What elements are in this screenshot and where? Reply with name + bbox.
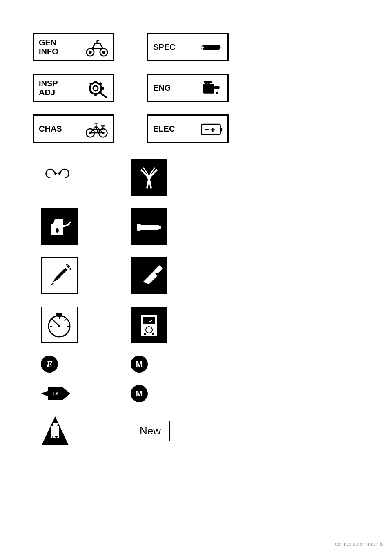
- symbol-item-ls: LS: [33, 386, 122, 401]
- icon-item-hammer: [122, 257, 212, 294]
- symbols-row-2: LS M: [33, 385, 368, 402]
- symbol-item-lt: LT: [33, 414, 122, 447]
- badge-elec: ELEC: [147, 114, 229, 143]
- svg-point-8: [93, 86, 98, 91]
- svg-line-56: [65, 319, 66, 321]
- bicycle-icon: [86, 119, 108, 139]
- badge-elec-text: ELEC: [153, 124, 175, 133]
- svg-point-65: [152, 333, 154, 335]
- badge-insp-adj-text: INSPADJ: [39, 79, 58, 97]
- svg-point-64: [144, 333, 146, 335]
- symbol-item-m1: M: [122, 356, 212, 373]
- svg-point-3: [102, 51, 105, 54]
- speed-arrows-icon: [41, 168, 74, 188]
- icon-item-multimeter: [122, 307, 212, 343]
- svg-rect-18: [203, 84, 214, 94]
- badge-chas: CHAS: [33, 114, 114, 143]
- icons-row-4: [33, 307, 368, 343]
- wrench-icon: [200, 37, 223, 57]
- svg-rect-44: [157, 226, 161, 229]
- svg-rect-9: [94, 81, 97, 83]
- engine-icon: [200, 78, 223, 98]
- motorcycle-icon: [86, 37, 108, 57]
- badge-chas-text: CHAS: [39, 124, 62, 133]
- svg-marker-39: [58, 172, 60, 175]
- icon-item-gauge: [33, 307, 122, 343]
- svg-rect-19: [205, 82, 207, 85]
- badges-grid: GENINFO: [33, 33, 368, 143]
- symbol-item-m2: M: [122, 385, 212, 402]
- icon-item-pliers: [122, 159, 212, 196]
- page-container: GENINFO: [0, 0, 392, 555]
- symbols-section: E M LS M: [33, 356, 368, 447]
- svg-marker-38: [55, 172, 58, 175]
- svg-rect-6: [201, 46, 204, 49]
- pliers-box-icon: [131, 159, 167, 196]
- icon-item-oil: [33, 208, 122, 245]
- symbol-item-new: New: [122, 421, 212, 441]
- svg-rect-58: [56, 313, 62, 317]
- lt-triangle-icon: LT: [41, 414, 69, 447]
- svg-line-52: [54, 321, 59, 326]
- ls-connector-left: [41, 391, 48, 396]
- badge-insp-adj: INSPADJ: [33, 74, 114, 102]
- svg-rect-67: [53, 423, 58, 426]
- maintenance-symbol-icon: M: [131, 356, 148, 373]
- icon-item-spray: [33, 257, 122, 294]
- new-badge-text: New: [140, 425, 161, 437]
- ls-connector-icon: LS: [41, 386, 70, 401]
- watermark: carmanualonline.info: [335, 541, 384, 547]
- symbols-row-1: E M: [33, 356, 368, 373]
- svg-rect-10: [94, 93, 97, 96]
- engine-oil-symbol-icon: E: [41, 356, 58, 373]
- maintenance-symbol-2-icon: M: [131, 385, 148, 402]
- badge-gen-info-text: GENINFO: [39, 38, 58, 56]
- spray-tool-icon: [41, 257, 78, 294]
- badge-gen-info: GENINFO: [33, 33, 114, 61]
- symbols-row-3: LT New: [33, 414, 368, 447]
- battery-icon: [200, 119, 223, 139]
- svg-point-23: [216, 92, 218, 94]
- icons-row-1: [33, 159, 368, 196]
- svg-rect-11: [89, 87, 91, 90]
- svg-rect-21: [214, 86, 220, 89]
- screwdriver-icon: [131, 208, 167, 245]
- svg-rect-12: [101, 87, 104, 90]
- icons-row-2: [33, 208, 368, 245]
- svg-rect-45: [137, 224, 141, 231]
- badge-eng-text: ENG: [153, 83, 171, 92]
- svg-rect-24: [204, 81, 212, 83]
- svg-point-42: [56, 228, 59, 233]
- new-badge-box: New: [131, 421, 170, 441]
- svg-line-17: [100, 92, 106, 97]
- icon-item-screwdriver: [122, 208, 212, 245]
- svg-line-57: [52, 319, 54, 321]
- ls-connector-body: LS: [48, 387, 63, 400]
- svg-rect-20: [207, 82, 209, 85]
- svg-point-1: [89, 51, 91, 54]
- icons-section: [33, 159, 368, 343]
- svg-rect-13: [89, 82, 93, 85]
- gear-search-icon: [86, 78, 108, 98]
- svg-point-48: [66, 264, 68, 266]
- icons-row-3: [33, 257, 368, 294]
- multimeter-icon: [131, 307, 167, 343]
- icon-item-speed: [33, 168, 122, 188]
- svg-point-47: [69, 268, 71, 270]
- ls-connector-right: [63, 387, 70, 400]
- svg-rect-34: [220, 128, 223, 131]
- badge-spec-text: SPEC: [153, 43, 175, 51]
- svg-point-46: [67, 265, 70, 268]
- hammer-icon: [131, 257, 167, 294]
- svg-rect-43: [139, 225, 159, 230]
- symbol-item-e: E: [33, 356, 122, 373]
- badge-spec: SPEC: [147, 33, 229, 61]
- pressure-gauge-icon: [41, 307, 78, 343]
- badge-eng: ENG: [147, 74, 229, 102]
- oil-can-icon: [41, 208, 78, 245]
